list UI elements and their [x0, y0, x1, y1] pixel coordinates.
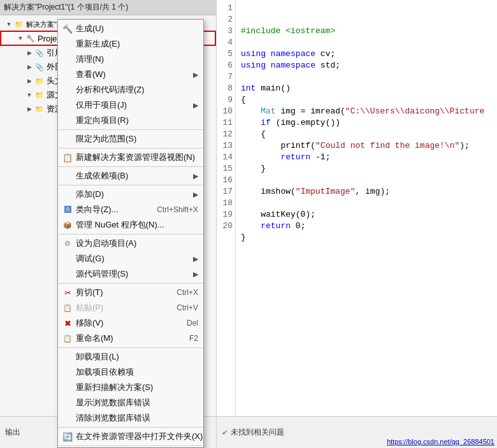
sep1	[58, 129, 203, 130]
menu-rebuild-label: 重新生成(E)	[76, 38, 120, 50]
sep9	[58, 445, 203, 446]
right-panel: 1 2 3 4 5 6 7 8 9 10 11 12 13 14 15 16 1…	[217, 0, 497, 448]
menu-rename[interactable]: 📋 重命名(M) F2	[58, 331, 203, 346]
expand-project1: ▼	[17, 34, 24, 42]
menu-unload[interactable]: 卸载项目(L)	[58, 349, 203, 365]
menu-add[interactable]: 添加(D) ▶	[58, 187, 203, 202]
hdr-icon: 📁	[34, 76, 45, 86]
paste-icon: 📋	[62, 302, 73, 314]
add-arrow: ▶	[193, 191, 198, 199]
menu-cut[interactable]: ✂ 剪切(T) Ctrl+X	[58, 285, 203, 300]
line-num-12: 12	[217, 129, 233, 140]
menu-project-only-label: 仅用于项目(J)	[76, 99, 127, 111]
menu-source-control-label: 源代码管理(S)	[76, 268, 128, 280]
menu-show-browser-errors[interactable]: 显示浏览数据库错误	[58, 395, 203, 410]
menu-analyze[interactable]: 分析和代码清理(Z)	[58, 82, 203, 98]
source-control-arrow: ▶	[193, 270, 198, 278]
code-line-19: return 0;	[241, 221, 305, 231]
menu-retarget[interactable]: 重定向项目(R)	[58, 113, 203, 128]
line-num-16: 16	[217, 175, 233, 186]
menu-open-explorer[interactable]: 🔄 在文件资源管理器中打开文件夹(X)	[58, 429, 203, 444]
ext-icon: 📎	[34, 62, 45, 72]
project-icon: 🔧	[25, 33, 36, 43]
line-num-15: 15	[217, 163, 233, 175]
set-startup-icon: ⚙	[62, 238, 73, 249]
line-num-2: 2	[217, 14, 233, 25]
menu-cut-label: 剪切(T)	[76, 287, 103, 298]
menu-debug[interactable]: 调试(G) ▶	[58, 251, 203, 266]
menu-set-startup[interactable]: ⚙ 设为启动项目(A)	[58, 236, 203, 251]
menu-view[interactable]: 查看(W) ▶	[58, 67, 203, 82]
code-line-18: waitKey(0);	[241, 210, 315, 219]
bottom-status-row: ✔ 未找到相关问题	[217, 426, 497, 439]
menu-scope[interactable]: 限定为此范围(S)	[58, 131, 203, 147]
menu-load-deps[interactable]: 加载项目依赖项	[58, 365, 203, 380]
solution-icon: 📁	[14, 19, 24, 29]
menu-load-deps-label: 加载项目依赖项	[76, 366, 134, 378]
class-wizard-icon: 🅰	[62, 204, 73, 215]
line-num-13: 13	[217, 140, 233, 152]
blog-url[interactable]: https://blog.csdn.net/qq_26884501	[387, 438, 494, 445]
project-only-arrow: ▶	[193, 101, 198, 110]
menu-unload-label: 卸载项目(L)	[76, 351, 119, 363]
menu-rescan[interactable]: 重新扫描解决方案(S)	[58, 380, 203, 395]
menu-paste-label: 粘贴(P)	[76, 302, 103, 314]
line-num-6: 6	[217, 60, 233, 71]
line-num-14: 14	[217, 152, 233, 163]
menu-build-deps[interactable]: 生成依赖项(B) ▶	[58, 168, 203, 184]
context-menu: 🔨 生成(U) 重新生成(E) 清理(N) 查看(W) ▶ 分析和代码清理(Z)…	[57, 19, 204, 448]
expand-src: ▼	[25, 91, 33, 99]
menu-remove-label: 移除(V)	[76, 317, 103, 329]
menu-class-wizard-label: 类向导(Z)...	[76, 204, 118, 215]
menu-remove[interactable]: ✖ 移除(V) Del	[58, 315, 203, 331]
menu-build-label: 生成(U)	[76, 23, 104, 34]
new-sol-icon: 📋	[62, 152, 73, 163]
menu-open-explorer-label: 在文件资源管理器中打开文件夹(X)	[76, 431, 203, 442]
menu-project-only[interactable]: 仅用于项目(J) ▶	[58, 98, 203, 113]
menu-set-startup-label: 设为启动项目(A)	[76, 238, 136, 249]
rename-icon: 📋	[62, 333, 73, 344]
menu-nuget[interactable]: 📦 管理 NuGet 程序包(N)...	[58, 217, 203, 233]
menu-clean[interactable]: 清理(N)	[58, 52, 203, 67]
line-numbers: 1 2 3 4 5 6 7 8 9 10 11 12 13 14 15 16 1…	[217, 0, 236, 416]
menu-source-control[interactable]: 源代码管理(S) ▶	[58, 266, 203, 282]
src-icon: 📁	[34, 90, 45, 100]
output-tab[interactable]: 输出	[5, 427, 20, 438]
menu-rebuild[interactable]: 重新生成(E)	[58, 36, 203, 52]
menu-class-wizard[interactable]: 🅰 类向导(Z)... Ctrl+Shift+X	[58, 202, 203, 217]
code-line-11: {	[241, 129, 266, 139]
code-content[interactable]: #include <iostream> using namespace cv; …	[236, 0, 497, 416]
green-check-icon: ✔	[222, 428, 228, 437]
menu-paste[interactable]: 📋 粘贴(P) Ctrl+V	[58, 300, 203, 315]
menu-analyze-label: 分析和代码清理(Z)	[76, 84, 145, 96]
solution-header-text: 解决方案"Project1"(1 个项目/共 1 个)	[4, 3, 128, 11]
menu-clean-label: 清理(N)	[76, 54, 104, 65]
line-num-19: 19	[217, 209, 233, 220]
sep8	[58, 427, 203, 428]
line-num-3: 3	[217, 25, 233, 37]
code-line-10: if (img.empty())	[241, 118, 340, 127]
line-num-10: 10	[217, 106, 233, 117]
menu-debug-label: 调试(G)	[76, 253, 104, 264]
remove-icon: ✖	[62, 317, 73, 329]
no-issues-text: 未找到相关问题	[231, 427, 284, 438]
ref-icon: 📎	[34, 48, 45, 58]
menu-build[interactable]: 🔨 生成(U)	[58, 21, 203, 36]
debug-arrow: ▶	[193, 255, 198, 263]
menu-view-label: 查看(W)	[76, 69, 106, 80]
code-line-16: imshow("ImputImage", img);	[241, 187, 390, 196]
res-icon: 📁	[34, 104, 45, 114]
line-num-1: 1	[217, 3, 233, 14]
menu-clear-browser-errors[interactable]: 清除浏览数据库错误	[58, 410, 203, 426]
code-line-4: using namespace cv;	[241, 49, 335, 59]
nuget-icon: 📦	[62, 219, 73, 231]
build-icon: 🔨	[62, 23, 73, 34]
code-area: 1 2 3 4 5 6 7 8 9 10 11 12 13 14 15 16 1…	[217, 0, 497, 416]
sep6	[58, 283, 203, 284]
menu-scope-label: 限定为此范围(S)	[76, 133, 136, 145]
expand-ref: ▶	[25, 49, 33, 57]
code-line-20: }	[241, 233, 246, 242]
menu-new-solution-view[interactable]: 📋 新建解决方案资源管理器视图(N)	[58, 150, 203, 165]
class-wizard-shortcut: Ctrl+Shift+X	[157, 205, 198, 214]
line-num-11: 11	[217, 117, 233, 129]
